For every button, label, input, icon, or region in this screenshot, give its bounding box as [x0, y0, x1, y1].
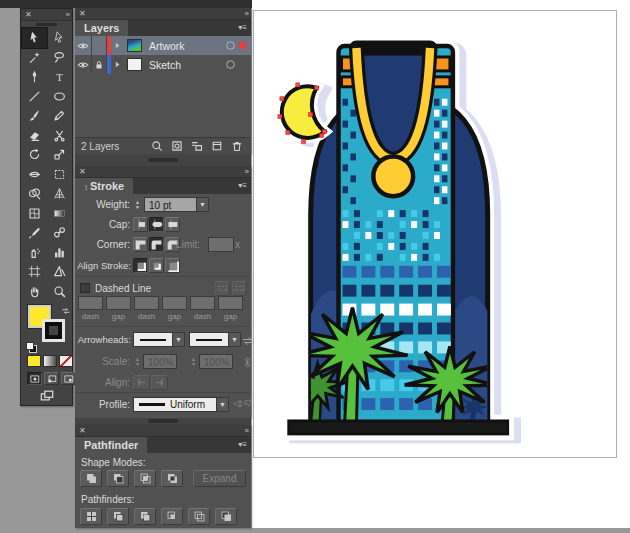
- crop-button[interactable]: [161, 508, 183, 525]
- layers-panel[interactable]: ✕ » Layers ▾≡ ArtworkSketch 2 Layers: [75, 8, 251, 154]
- close-icon[interactable]: ✕: [25, 9, 32, 20]
- draw-inside-button[interactable]: [61, 372, 76, 385]
- tab-pathfinder[interactable]: Pathfinder: [75, 437, 147, 453]
- layer-row-artwork[interactable]: Artwork: [75, 36, 251, 55]
- eyedropper-tool[interactable]: [22, 223, 47, 243]
- unite-button[interactable]: [80, 470, 102, 487]
- scale-tool[interactable]: [47, 145, 72, 165]
- layer-row-sketch[interactable]: Sketch: [75, 55, 251, 74]
- close-icon[interactable]: ✕: [79, 425, 86, 436]
- rotate-tool[interactable]: [22, 145, 47, 165]
- lock-icon[interactable]: [92, 36, 107, 55]
- profile-combo[interactable]: Uniform: [133, 397, 217, 412]
- panel-menu-icon[interactable]: ▾≡: [238, 23, 247, 32]
- minus-back-button[interactable]: [215, 508, 237, 525]
- pathfinder-panel[interactable]: ✕ » Pathfinder ▾≡ Shape Modes: Expand Pa…: [75, 425, 251, 528]
- direct-selection-tool[interactable]: [47, 28, 72, 48]
- symbol-sprayer-tool[interactable]: [22, 243, 47, 263]
- default-fill-stroke-icon[interactable]: [26, 342, 36, 352]
- visibility-eye-icon[interactable]: [75, 55, 92, 74]
- align-stroke-outside-button[interactable]: [165, 258, 180, 273]
- hand-tool[interactable]: [22, 282, 47, 302]
- close-icon[interactable]: ✕: [79, 8, 86, 19]
- eraser-tool[interactable]: [22, 126, 47, 146]
- align-stroke-center-button[interactable]: [133, 258, 148, 273]
- trim-button[interactable]: [107, 508, 129, 525]
- profile-dropdown-icon[interactable]: ▼: [216, 397, 229, 412]
- minus-front-button[interactable]: [107, 470, 129, 487]
- panel-menu-icon[interactable]: ▾≡: [238, 181, 247, 190]
- intersect-button[interactable]: [134, 470, 156, 487]
- target-circle-icon[interactable]: [221, 36, 239, 55]
- close-icon[interactable]: ✕: [79, 166, 86, 177]
- clipping-mask-icon[interactable]: [171, 140, 183, 152]
- collapse-panel-icon[interactable]: »: [245, 8, 248, 19]
- expand-triangle-icon[interactable]: [111, 55, 124, 74]
- arrowhead-end-dropdown-icon[interactable]: ▼: [228, 332, 241, 347]
- screen-mode-button[interactable]: [36, 389, 58, 406]
- gradient-mode-button[interactable]: [43, 355, 57, 367]
- delete-layer-icon[interactable]: [231, 140, 243, 152]
- shape-builder-tool[interactable]: [22, 184, 47, 204]
- magic-wand-tool[interactable]: [22, 48, 47, 68]
- artwork-canvas[interactable]: [254, 11, 616, 457]
- arrowhead-end-combo[interactable]: [189, 332, 229, 347]
- panel-divider[interactable]: [75, 154, 251, 166]
- exclude-button[interactable]: [161, 470, 183, 487]
- width-tool[interactable]: [22, 165, 47, 185]
- align-stroke-inside-button[interactable]: [149, 258, 164, 273]
- weight-dropdown-icon[interactable]: ▼: [196, 197, 209, 212]
- lasso-tool[interactable]: [47, 48, 72, 68]
- zoom-tool[interactable]: [47, 282, 72, 302]
- pen-tool[interactable]: [22, 67, 47, 87]
- paintbrush-tool[interactable]: [22, 106, 47, 126]
- ellipse-tool[interactable]: [47, 87, 72, 107]
- artboard-tool[interactable]: [22, 262, 47, 282]
- gradient-tool[interactable]: [47, 204, 72, 224]
- swap-fill-stroke-icon[interactable]: [61, 302, 71, 320]
- none-mode-button[interactable]: [59, 355, 73, 367]
- panel-divider[interactable]: [75, 418, 251, 425]
- target-circle-icon[interactable]: [221, 55, 239, 74]
- lock-icon[interactable]: [92, 55, 107, 74]
- free-transform-tool[interactable]: [47, 165, 72, 185]
- layer-name[interactable]: Artwork: [144, 40, 221, 52]
- divide-button[interactable]: [80, 508, 102, 525]
- dashed-line-checkbox[interactable]: [80, 283, 90, 293]
- blend-tool[interactable]: [47, 223, 72, 243]
- join-miter-button[interactable]: [133, 237, 148, 252]
- merge-button[interactable]: [134, 508, 156, 525]
- column-graph-tool[interactable]: [47, 243, 72, 263]
- selection-tool[interactable]: [22, 28, 47, 48]
- layer-name[interactable]: Sketch: [144, 59, 221, 71]
- mesh-tool[interactable]: [22, 204, 47, 224]
- stroke-panel[interactable]: ✕ » ↕Stroke ▾≡ Weight: ▲▼ 10 pt ▼ Cap: C…: [75, 166, 251, 418]
- collapse-panel-icon[interactable]: »: [245, 425, 248, 436]
- perspective-grid-tool[interactable]: [47, 184, 72, 204]
- stroke-color-swatch[interactable]: [42, 319, 65, 342]
- slice-tool[interactable]: [47, 262, 72, 282]
- tab-layers[interactable]: Layers: [75, 20, 128, 36]
- draw-normal-button[interactable]: [27, 372, 42, 385]
- tab-stroke[interactable]: ↕Stroke: [75, 178, 133, 194]
- tools-panel[interactable]: ✕ » T: [20, 8, 73, 406]
- weight-stepper[interactable]: ▲▼: [133, 197, 142, 212]
- expand-triangle-icon[interactable]: [111, 36, 124, 55]
- panel-grip[interactable]: [36, 23, 57, 26]
- line-segment-tool[interactable]: [22, 87, 47, 107]
- cap-butt-button[interactable]: [133, 217, 148, 232]
- cap-round-button[interactable]: [149, 217, 164, 232]
- layer-thumbnail[interactable]: [124, 55, 144, 74]
- new-layer-icon[interactable]: [211, 140, 223, 152]
- visibility-eye-icon[interactable]: [75, 36, 92, 55]
- new-sublayer-icon[interactable]: [191, 140, 203, 152]
- scissors-tool[interactable]: [47, 126, 72, 146]
- arrowhead-start-dropdown-icon[interactable]: ▼: [172, 332, 185, 347]
- panel-menu-icon[interactable]: ▾≡: [238, 440, 247, 449]
- color-mode-button[interactable]: [27, 355, 41, 367]
- arrowhead-start-combo[interactable]: [133, 332, 173, 347]
- artboard[interactable]: [253, 10, 617, 458]
- locate-object-icon[interactable]: [151, 140, 163, 152]
- cap-projecting-button[interactable]: [165, 217, 180, 232]
- collapse-panel-icon[interactable]: »: [245, 166, 248, 177]
